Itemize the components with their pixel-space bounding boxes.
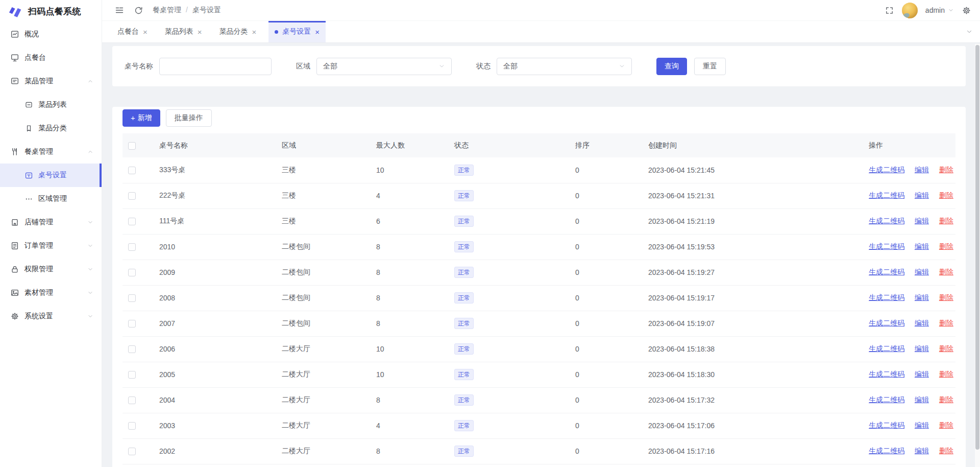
generate-qrcode-link[interactable]: 生成二维码: [869, 191, 904, 199]
settings-gear-icon[interactable]: [962, 6, 971, 15]
delete-link[interactable]: 删除: [939, 395, 953, 404]
breadcrumb-item[interactable]: 餐桌管理: [153, 6, 181, 15]
edit-link[interactable]: 编辑: [915, 370, 929, 378]
menu-fold-icon[interactable]: [114, 5, 125, 15]
sidebar-item-dish-list[interactable]: 菜品列表: [0, 93, 102, 116]
sidebar-item-shop-management[interactable]: 店铺管理: [0, 211, 102, 234]
tab-close-icon[interactable]: [252, 28, 257, 36]
table-name-input[interactable]: [159, 58, 272, 75]
generate-qrcode-link[interactable]: 生成二维码: [869, 242, 904, 250]
edit-link[interactable]: 编辑: [915, 268, 929, 276]
delete-link[interactable]: 删除: [939, 319, 953, 327]
row-checkbox[interactable]: [128, 345, 136, 353]
generate-qrcode-link[interactable]: 生成二维码: [869, 217, 904, 225]
cell-area: 二楼大厅: [277, 413, 371, 438]
row-checkbox[interactable]: [128, 320, 136, 328]
row-checkbox[interactable]: [128, 167, 136, 174]
tab-dish-list[interactable]: 菜品列表: [160, 21, 207, 42]
edit-link[interactable]: 编辑: [915, 344, 929, 353]
edit-link[interactable]: 编辑: [915, 421, 929, 429]
sidebar-item-order-management[interactable]: 订单管理: [0, 234, 102, 258]
delete-link[interactable]: 删除: [939, 268, 953, 276]
reset-button[interactable]: 重置: [694, 58, 726, 75]
tab-close-icon[interactable]: [198, 28, 202, 36]
sidebar-item-dish-management[interactable]: 菜品管理: [0, 69, 102, 93]
delete-link[interactable]: 删除: [939, 217, 953, 225]
area-select[interactable]: 全部: [316, 58, 452, 75]
delete-link[interactable]: 删除: [939, 166, 953, 174]
sidebar-item-material-management[interactable]: 素材管理: [0, 281, 102, 305]
row-checkbox[interactable]: [128, 192, 136, 200]
sidebar-item-dish-category[interactable]: 菜品分类: [0, 116, 102, 140]
gear-icon: [10, 312, 19, 321]
delete-link[interactable]: 删除: [939, 191, 953, 199]
row-checkbox[interactable]: [128, 371, 136, 379]
add-button[interactable]: 新增: [122, 109, 160, 127]
generate-qrcode-link[interactable]: 生成二维码: [869, 268, 904, 276]
avatar[interactable]: [902, 3, 918, 18]
generate-qrcode-link[interactable]: 生成二维码: [869, 447, 904, 455]
sidebar-item-order-desk[interactable]: 点餐台: [0, 46, 102, 69]
row-checkbox[interactable]: [128, 422, 136, 430]
edit-link[interactable]: 编辑: [915, 242, 929, 250]
row-checkbox[interactable]: [128, 396, 136, 404]
generate-qrcode-link[interactable]: 生成二维码: [869, 395, 904, 404]
delete-link[interactable]: 删除: [939, 447, 953, 455]
cell-sort: 0: [570, 387, 643, 413]
cell-area: 二楼大厅: [277, 438, 371, 464]
delete-link[interactable]: 删除: [939, 242, 953, 250]
search-button[interactable]: 查询: [656, 58, 687, 75]
row-checkbox[interactable]: [128, 243, 136, 251]
edit-link[interactable]: 编辑: [915, 166, 929, 174]
column-header-name: 桌号名称: [154, 133, 277, 157]
sidebar-item-permission-management[interactable]: 权限管理: [0, 258, 102, 281]
generate-qrcode-link[interactable]: 生成二维码: [869, 344, 904, 353]
tab-order-desk[interactable]: 点餐台: [112, 21, 153, 42]
delete-link[interactable]: 删除: [939, 370, 953, 378]
breadcrumb-item-current: 桌号设置: [192, 6, 221, 15]
generate-qrcode-link[interactable]: 生成二维码: [869, 421, 904, 429]
tab-dish-category[interactable]: 菜品分类: [214, 21, 262, 42]
batch-operation-button[interactable]: 批量操作: [166, 109, 212, 127]
edit-link[interactable]: 编辑: [915, 447, 929, 455]
delete-link[interactable]: 删除: [939, 421, 953, 429]
sidebar-item-table-management[interactable]: 餐桌管理: [0, 140, 102, 164]
edit-link[interactable]: 编辑: [915, 191, 929, 199]
row-checkbox[interactable]: [128, 294, 136, 302]
app-logo[interactable]: 扫码点餐系统: [0, 0, 102, 22]
sidebar-item-table-number-settings[interactable]: 桌号设置: [0, 164, 102, 187]
edit-link[interactable]: 编辑: [915, 395, 929, 404]
column-header-area: 区域: [277, 133, 371, 157]
filter-panel: 桌号名称 区域 全部 状态 全部 查询 重置: [112, 46, 966, 86]
sidebar-item-area-management[interactable]: 区域管理: [0, 187, 102, 211]
generate-qrcode-link[interactable]: 生成二维码: [869, 293, 904, 301]
status-select[interactable]: 全部: [497, 58, 632, 75]
select-all-checkbox[interactable]: [128, 142, 136, 150]
generate-qrcode-link[interactable]: 生成二维码: [869, 319, 904, 327]
delete-link[interactable]: 删除: [939, 344, 953, 353]
scrollbar[interactable]: [975, 44, 980, 467]
refresh-icon[interactable]: [134, 6, 143, 15]
row-checkbox[interactable]: [128, 218, 136, 225]
tab-close-icon[interactable]: [143, 28, 148, 36]
tab-table-number-settings[interactable]: 桌号设置: [268, 21, 326, 42]
scrollbar-thumb[interactable]: [975, 45, 979, 450]
user-menu[interactable]: admin: [925, 6, 954, 14]
tabs-dropdown-button[interactable]: [959, 21, 980, 42]
edit-link[interactable]: 编辑: [915, 293, 929, 301]
sidebar-item-overview[interactable]: 概况: [0, 22, 102, 46]
generate-qrcode-link[interactable]: 生成二维码: [869, 166, 904, 174]
edit-link[interactable]: 编辑: [915, 319, 929, 327]
edit-link[interactable]: 编辑: [915, 217, 929, 225]
cell-sort: 0: [570, 336, 643, 362]
tab-close-icon[interactable]: [315, 28, 320, 36]
delete-link[interactable]: 删除: [939, 293, 953, 301]
status-badge: 正常: [454, 241, 474, 252]
generate-qrcode-link[interactable]: 生成二维码: [869, 370, 904, 378]
fullscreen-icon[interactable]: [885, 6, 894, 15]
cell-area: 二楼大厅: [277, 387, 371, 413]
area-label: 区域: [296, 62, 310, 71]
sidebar-item-system-settings[interactable]: 系统设置: [0, 305, 102, 328]
row-checkbox[interactable]: [128, 448, 136, 455]
row-checkbox[interactable]: [128, 269, 136, 276]
